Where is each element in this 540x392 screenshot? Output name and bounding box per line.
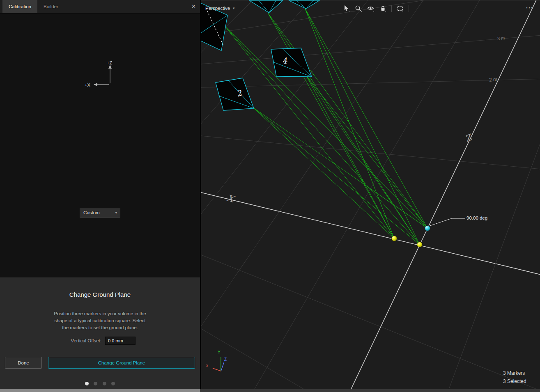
3d-scene[interactable] (200, 0, 540, 389)
gizmo-y-label: Y (218, 350, 221, 355)
grid-line (200, 327, 540, 389)
viewport-toolbar (343, 5, 409, 12)
cursor-tool-icon[interactable] (343, 5, 350, 12)
tracking-ray (305, 8, 427, 228)
dropdown-value: Custom (83, 210, 100, 215)
marquee-select-tool-icon[interactable] (397, 5, 404, 12)
pane-description: Position three markers in your volume in… (0, 310, 200, 331)
toolbar-divider (409, 5, 409, 12)
vertical-offset-label: Vertical Offset: (0, 338, 101, 343)
marker-sphere[interactable] (417, 242, 423, 248)
grid-3m-label: 3 m (497, 35, 505, 41)
grid-line (448, 0, 540, 389)
tracking-ray (306, 75, 420, 245)
vertical-offset-input[interactable] (105, 337, 136, 345)
panel-divider[interactable] (200, 0, 201, 389)
tab-calibration[interactable]: Calibration (2, 0, 37, 13)
origin-gizmo-axis (221, 362, 224, 371)
axis-x-label: +X (85, 83, 90, 87)
grid-line (200, 254, 540, 389)
camera-frustum[interactable] (289, 0, 319, 9)
selected-count: 3 Selected (503, 378, 526, 384)
angle-leader-line (430, 218, 465, 226)
tab-builder[interactable]: Builder (37, 0, 64, 13)
grid-x-axis-line (200, 192, 540, 275)
tracking-ray (253, 107, 394, 238)
grid-line (200, 35, 540, 64)
marker-sphere[interactable] (425, 226, 430, 231)
grid-line (200, 135, 540, 169)
page-dot[interactable] (111, 382, 115, 385)
camera-frustum[interactable] (249, 0, 283, 13)
description-line: Position three markers in your volume in… (0, 310, 200, 317)
tracking-ray (306, 75, 394, 238)
view-mode-value: Perspective (205, 6, 230, 11)
chevron-down-icon: ▾ (115, 208, 117, 217)
done-button[interactable]: Done (5, 357, 42, 369)
camera-frustum[interactable] (271, 48, 312, 77)
tracking-ray (268, 13, 427, 228)
calibration-panel: Calibration Builder ✕ +Z +X Custom ▾ Cha… (0, 0, 200, 389)
tracking-ray (268, 13, 394, 238)
tracking-ray (306, 75, 427, 228)
page-dot[interactable] (85, 382, 89, 385)
zoom-tool-icon[interactable] (355, 5, 362, 12)
close-icon[interactable]: ✕ (191, 3, 196, 9)
view-mode-dropdown[interactable]: Perspective ▾ (205, 6, 235, 11)
toolbar-divider (391, 5, 392, 12)
ground-plane-preview: +Z +X Custom ▾ (0, 14, 200, 277)
3d-viewport[interactable]: Perspective ▾ (200, 0, 540, 389)
description-line: shape of a typical calibration square. S… (0, 317, 200, 324)
axis-z-label: +Z (107, 60, 112, 65)
gizmo-z-label: Z (224, 357, 227, 362)
camera-frustum[interactable] (216, 78, 254, 110)
wizard-pagination (0, 380, 200, 387)
tracking-ray (305, 8, 394, 238)
change-ground-plane-button[interactable]: Change Ground Plane (48, 357, 195, 369)
tracking-ray (253, 107, 427, 228)
visibility-tool-icon[interactable] (367, 5, 375, 12)
gizmo-x-label: x (206, 363, 208, 368)
application-window: Calibration Builder ✕ +Z +X Custom ▾ Cha… (0, 0, 540, 392)
origin-gizmo-axis (213, 368, 221, 371)
tracking-ray (225, 26, 394, 238)
pane-title: Change Ground Plane (0, 291, 200, 298)
bottom-scrollbar-thumb[interactable] (0, 389, 200, 392)
panel-tabbar: Calibration Builder ✕ (0, 0, 200, 14)
tracking-ray (305, 8, 420, 245)
change-ground-plane-pane: Change Ground Plane Position three marke… (0, 277, 200, 389)
chevron-down-icon: ▾ (233, 6, 235, 10)
markers-count: 3 Markers (503, 370, 525, 376)
page-dot[interactable] (94, 382, 97, 385)
lock-tool-icon[interactable] (379, 5, 386, 12)
calibration-square-dropdown[interactable]: Custom ▾ (80, 208, 120, 218)
grid-2m-label: 2 m (489, 76, 497, 83)
page-dot[interactable] (103, 382, 106, 385)
marker-sphere[interactable] (392, 236, 397, 241)
grid-z-axis-line (349, 0, 540, 389)
description-line: the markers to set the ground plane. (0, 324, 200, 331)
more-options-icon[interactable]: ⋯ (526, 3, 533, 12)
angle-annotation: 90.00 deg (466, 215, 487, 220)
